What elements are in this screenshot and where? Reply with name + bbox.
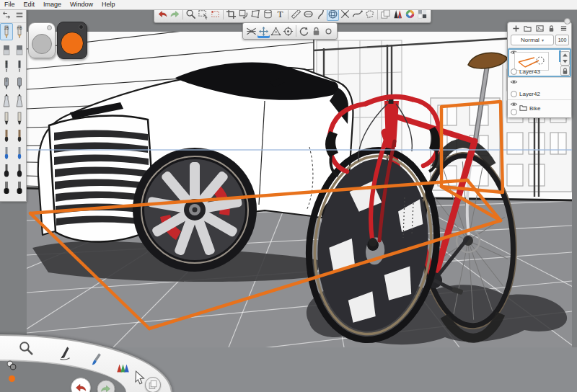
brush-chisel-11[interactable] (13, 110, 26, 127)
eye-icon[interactable] (510, 102, 518, 107)
layers-panel: Normal ▾ 100 Layer43Layer42Bike (507, 22, 572, 118)
brush-pen-5[interactable] (13, 58, 26, 75)
brush-brush-blue-15[interactable] (13, 144, 26, 161)
brush-airbrush-8[interactable] (0, 92, 13, 110)
brush-puck-disc[interactable] (32, 34, 52, 54)
brush-brush-blue-14[interactable] (0, 144, 13, 161)
undo-arrow[interactable] (71, 378, 91, 392)
chevron-down-icon: ▾ (542, 37, 544, 43)
brush-round-17[interactable] (13, 161, 26, 179)
warp-tool[interactable] (270, 24, 282, 38)
puck-mini-icon[interactable] (6, 360, 17, 371)
import-image[interactable] (535, 24, 544, 33)
menu-window[interactable]: Window (66, 0, 97, 9)
puck-hole (79, 24, 84, 30)
brush-eraser-3[interactable] (13, 40, 26, 58)
brush-marker-6[interactable]: 1 (0, 75, 13, 92)
brush-puck[interactable] (28, 22, 56, 58)
layer-lock-button[interactable] (560, 66, 570, 76)
menu-help[interactable]: Help (97, 0, 120, 9)
menu-bar: FileEditImageWindowHelp (0, 0, 577, 10)
eye-icon[interactable] (510, 79, 518, 85)
brush-flat-18[interactable] (0, 179, 13, 196)
brush-pencil-0[interactable]: 2B (0, 23, 13, 40)
rotate-tool[interactable] (298, 24, 310, 38)
brush-round-16[interactable] (0, 161, 13, 179)
blend-mode-value: Normal (521, 37, 539, 43)
pivot-tool[interactable] (322, 24, 335, 38)
zoom-tool[interactable] (18, 340, 34, 356)
layer-opacity-input[interactable]: 100 (555, 35, 569, 45)
brush-felt-12[interactable] (0, 127, 13, 144)
lock-tool[interactable] (310, 24, 322, 38)
app-window: { "window": { "menu": ["File", "Edit", "… (0, 0, 577, 392)
folder-icon (519, 104, 527, 112)
layer-name: Layer43 (519, 68, 540, 75)
move-tool[interactable] (257, 24, 270, 38)
svg-text:1: 1 (6, 78, 8, 82)
svg-text:1: 1 (6, 61, 8, 65)
toolbar-separator (296, 25, 296, 37)
color-puck-disc[interactable] (61, 32, 84, 55)
color-editor[interactable] (115, 360, 131, 375)
brush-marker-7[interactable] (13, 75, 26, 92)
panel-menu[interactable] (559, 24, 568, 33)
brush-eraser-2[interactable] (0, 40, 13, 58)
layer-row-bike[interactable]: Bike (508, 99, 571, 117)
layer-radio[interactable] (511, 109, 517, 115)
color-dot[interactable] (9, 375, 15, 382)
menu-edit[interactable]: Edit (19, 0, 40, 9)
brush-felt-13[interactable] (13, 127, 26, 144)
blend-mode-select[interactable]: Normal ▾ (511, 35, 554, 45)
puck-hole (47, 25, 52, 30)
panel-knob (564, 18, 571, 24)
menu-image[interactable]: Image (39, 0, 66, 9)
brush-airbrush-9[interactable] (13, 92, 26, 110)
brush-tool[interactable] (90, 352, 106, 368)
svg-text:2B: 2B (4, 26, 9, 30)
brush-chisel-10[interactable] (0, 110, 13, 127)
rows-icon[interactable] (15, 9, 24, 22)
brush-palette: 2BHB11 (0, 9, 27, 202)
layer-row-layer42[interactable]: Layer42 (508, 77, 571, 99)
svg-text:HB: HB (17, 26, 23, 30)
transform-handles[interactable] (2, 9, 11, 22)
brush-pencil-1[interactable]: HB (13, 23, 26, 40)
layer-row-layer43[interactable]: Layer43 (508, 48, 571, 77)
layer-name: Layer42 (519, 91, 540, 97)
transform-toolbar (242, 22, 338, 40)
new-group[interactable] (524, 24, 532, 33)
layer-radio[interactable] (511, 68, 517, 75)
brush-pen-4[interactable]: 1 (0, 58, 13, 75)
layer-name: Bike (529, 105, 541, 115)
layer-stack[interactable] (145, 377, 161, 392)
add-layer[interactable] (511, 24, 520, 33)
layer-radio[interactable] (511, 91, 517, 97)
brush-flat-19[interactable] (13, 179, 26, 196)
canvas-artwork (27, 32, 572, 347)
menu-file[interactable]: File (0, 0, 19, 9)
brush-editor[interactable] (57, 344, 73, 360)
lock-layer[interactable] (547, 24, 556, 33)
perspective-guide[interactable] (245, 24, 257, 38)
layer-reorder-spinner[interactable] (560, 51, 570, 66)
target-tool[interactable] (282, 24, 294, 38)
canvas[interactable] (27, 32, 572, 347)
color-puck[interactable] (57, 22, 87, 59)
